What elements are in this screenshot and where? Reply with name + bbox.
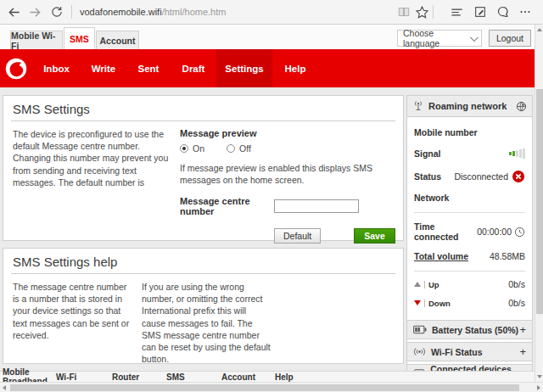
total-volume-row: Total volume 48.58MB — [407, 251, 532, 261]
toolbar-divider — [433, 5, 434, 19]
hub-button[interactable] — [448, 4, 465, 20]
sidebar-divider — [414, 271, 525, 272]
mobile-number-row: Mobile number — [407, 127, 532, 137]
preview-note-text: If message preview is enabled this displ… — [180, 162, 394, 186]
help-text-col2: If you are using the wrong number, or om… — [142, 281, 271, 365]
tab-label: Account — [100, 36, 136, 46]
nav-help[interactable]: Help — [272, 49, 318, 87]
globe-button[interactable] — [516, 101, 527, 112]
nav-label: Settings — [225, 64, 263, 74]
radio-option-on[interactable]: On — [180, 143, 204, 154]
sms-settings-panel: SMS Settings The device is preconfigured… — [3, 95, 404, 241]
nav-write[interactable]: Write — [81, 49, 126, 87]
horizontal-scrollbar-thumb[interactable] — [10, 384, 519, 391]
refresh-button[interactable] — [48, 4, 65, 20]
nav-sent[interactable]: Sent — [126, 49, 171, 87]
signal-row: Signal — [407, 148, 532, 159]
default-button[interactable]: Default — [274, 228, 321, 244]
tab-sms[interactable]: SMS — [64, 27, 95, 49]
reading-view-button[interactable] — [395, 4, 412, 20]
forward-button[interactable] — [26, 4, 43, 20]
vodafone-logo — [0, 49, 32, 87]
browser-toolbar: vodafonemobile.wifi/html/home.htm — [0, 0, 543, 25]
footer-link-account[interactable]: Account — [221, 372, 275, 382]
back-icon — [7, 5, 21, 20]
status-sidebar: Roaming network Mobile number Signal — [406, 95, 533, 387]
scroll-left-arrow-icon[interactable] — [3, 385, 6, 390]
address-bar[interactable]: vodafonemobile.wifi/html/home.htm — [80, 7, 226, 17]
nav-draft[interactable]: Draft — [171, 49, 216, 87]
back-button[interactable] — [5, 4, 22, 20]
scroll-up-arrow-icon[interactable] — [537, 28, 542, 31]
pipe-divider — [424, 281, 425, 288]
tab-account[interactable]: Account — [96, 31, 139, 49]
vertical-scrollbar[interactable] — [535, 25, 543, 382]
nav-label: Help — [285, 64, 306, 74]
footer-link-wifi[interactable]: Wi-Fi — [56, 372, 112, 382]
battery-status-section[interactable]: Battery Status (50%) + — [407, 320, 532, 339]
total-volume-link[interactable]: Total volume — [414, 251, 468, 261]
vodafone-logo-icon — [4, 57, 28, 81]
tab-mobile-wifi[interactable]: Mobile Wi-Fi — [10, 31, 63, 49]
sms-settings-help-panel: SMS Settings help The message centre num… — [3, 248, 404, 364]
help-text-col1: The message centre number is a number th… — [13, 281, 133, 365]
nav-settings[interactable]: Settings — [216, 49, 272, 87]
share-button[interactable] — [495, 4, 512, 20]
nav-inbox[interactable]: Inbox — [32, 49, 81, 87]
wifi-icon — [413, 346, 426, 357]
more-button[interactable] — [517, 4, 534, 20]
expand-plus-icon[interactable]: + — [519, 323, 526, 336]
save-button[interactable]: Save — [354, 228, 395, 244]
browser-window: vodafonemobile.wifi/html/home.htm Mobile… — [0, 0, 543, 392]
footer-link-router[interactable]: Router — [112, 372, 166, 382]
panel-title: SMS Settings — [11, 96, 395, 121]
down-label: Down — [428, 299, 451, 308]
language-select[interactable]: Choose language — [397, 30, 482, 47]
reading-view-icon — [397, 5, 411, 19]
footer-links: Mobile Broadband Wi-Fi Router SMS Accoun… — [0, 371, 535, 382]
footer-link-sms[interactable]: SMS — [166, 372, 221, 382]
app-tab-bar: Mobile Wi-Fi SMS Account Choose language… — [0, 25, 535, 49]
globe-icon — [516, 101, 527, 112]
status-label: Status — [414, 171, 441, 182]
radio-off-control[interactable] — [227, 144, 235, 153]
radio-option-off[interactable]: Off — [227, 143, 251, 154]
radio-on-label: On — [193, 143, 204, 154]
clock-icon — [514, 227, 525, 238]
scroll-down-arrow-icon[interactable] — [537, 375, 542, 378]
time-connected-row: Time connected 00:00:00 — [407, 221, 532, 242]
nav-label: Sent — [138, 64, 160, 74]
horizontal-scrollbar[interactable] — [0, 382, 543, 392]
vertical-scrollbar-thumb[interactable] — [536, 89, 543, 314]
favorites-button[interactable] — [413, 4, 430, 20]
url-path: /html/home.htm — [162, 7, 227, 17]
star-icon — [415, 5, 429, 20]
sidebar-divider — [414, 212, 525, 213]
toolbar-divider — [71, 5, 72, 19]
web-note-button[interactable] — [472, 4, 489, 20]
share-icon — [496, 5, 510, 19]
message-centre-input[interactable] — [274, 199, 359, 213]
logout-button[interactable]: Logout — [489, 30, 531, 47]
chevron-down-icon — [470, 33, 479, 42]
mobile-number-label: Mobile number — [414, 127, 478, 137]
time-connected-label: Time connected — [414, 221, 477, 242]
total-volume-value: 48.58MB — [490, 251, 525, 261]
more-icon — [518, 5, 532, 19]
status-row: Status Disconnected — [407, 170, 532, 183]
hub-icon — [450, 5, 464, 20]
footer-link-help[interactable]: Help — [275, 372, 294, 382]
logout-label: Logout — [496, 33, 523, 43]
roaming-network-header: Roaming network — [407, 96, 532, 117]
tab-label: Mobile Wi-Fi — [11, 31, 62, 51]
web-note-icon — [473, 5, 487, 19]
radio-on-control[interactable] — [180, 144, 188, 153]
wifi-status-section[interactable]: Wi-Fi Status + — [407, 342, 532, 361]
status-value: Disconnected — [454, 171, 508, 182]
up-value: 0b/s — [508, 279, 525, 289]
tab-label: SMS — [70, 34, 89, 44]
network-row: Network — [407, 193, 532, 203]
radio-off-label: Off — [239, 143, 251, 154]
expand-plus-icon[interactable]: + — [519, 345, 526, 358]
scroll-right-arrow-icon[interactable] — [537, 385, 540, 390]
